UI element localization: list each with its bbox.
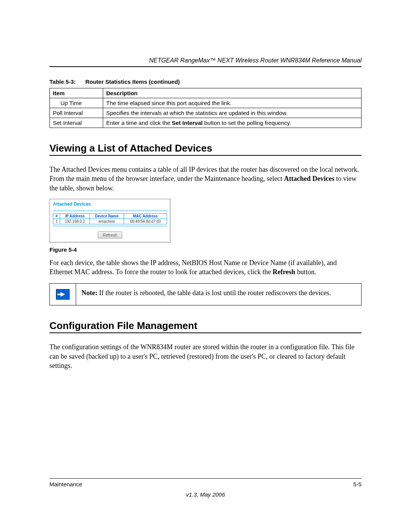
cell-mac: 00:48:54:8d:d7:d3 <box>124 219 167 224</box>
text: button to set the polling frequency. <box>202 120 291 126</box>
refresh-button[interactable]: Refresh <box>98 232 123 238</box>
cell-ip: 192.168.0.2 <box>60 219 90 224</box>
section-rule <box>49 155 362 156</box>
table-row: 1 192.168.0.2 emachine 00:48:54:8d:d7:d3 <box>53 219 167 224</box>
table-header-row: Item Description <box>50 88 362 98</box>
page: NETGEAR RangeMax™ NEXT Wireless Router W… <box>0 0 411 532</box>
text: Enter a time and click the <box>106 120 172 126</box>
section-heading-config-file: Configuration File Management <box>49 320 362 332</box>
col-mac: MAC Address <box>124 213 167 219</box>
note-body: If the router is rebooted, the table dat… <box>99 289 331 297</box>
paragraph: The Attached Devices menu contains a tab… <box>49 165 362 193</box>
table-caption: Table 5-3: Router Statistics Items (cont… <box>49 78 362 85</box>
arrow-right-icon <box>56 289 70 300</box>
footer-version: v1.3, May 2006 <box>49 491 362 498</box>
note-box: Note: If the router is rebooted, the tab… <box>49 283 362 305</box>
cell-item: Set Interval <box>50 118 103 128</box>
cell-desc: Specifies the intervals at which the sta… <box>103 108 362 118</box>
text: button. <box>295 268 316 276</box>
cell-item: Up Time <box>50 98 103 108</box>
footer-rule <box>49 478 362 479</box>
panel-sep <box>53 226 167 226</box>
col-description: Description <box>103 88 362 98</box>
table-number: Table 5-3: <box>49 78 84 85</box>
bold-text: Set Interval <box>172 120 203 126</box>
footer-section: Maintenance <box>49 481 82 487</box>
attached-devices-panel: Attached Devices # IP Address Device Nam… <box>49 199 170 243</box>
footer-page: 5-5 <box>353 481 362 487</box>
footer: Maintenance 5-5 v1.3, May 2006 <box>49 478 362 498</box>
header-rule <box>49 66 362 67</box>
table-row: Poll Interval Specifies the intervals at… <box>50 108 362 118</box>
section-rule <box>49 332 362 333</box>
section-heading-attached-devices: Viewing a List of Attached Devices <box>49 142 362 154</box>
bold-text: Refresh <box>272 268 295 276</box>
footer-row: Maintenance 5-5 <box>49 481 362 487</box>
running-header: NETGEAR RangeMax™ NEXT Wireless Router W… <box>49 57 362 66</box>
paragraph: For each device, the table shows the IP … <box>49 258 362 277</box>
note-icon-cell <box>50 284 76 305</box>
cell-desc: The time elapsed since this port acquire… <box>103 98 362 108</box>
table-row: Up Time The time elapsed since this port… <box>50 98 362 108</box>
attached-devices-table: # IP Address Device Name MAC Address 1 1… <box>53 213 167 224</box>
cell-num: 1 <box>53 219 60 224</box>
note-lead: Note: <box>81 289 99 297</box>
col-item: Item <box>50 88 103 98</box>
figure-wrap: Attached Devices # IP Address Device Nam… <box>49 199 362 243</box>
table-row: Set Interval Enter a time and click the … <box>50 118 362 128</box>
paragraph: The configuration settings of the WNR834… <box>49 342 362 370</box>
cell-item: Poll Interval <box>50 108 103 118</box>
table-header-row: # IP Address Device Name MAC Address <box>53 213 167 219</box>
refresh-row: Refresh <box>53 231 167 238</box>
panel-sep <box>53 211 167 211</box>
cell-desc: Enter a time and click the Set Interval … <box>103 118 362 128</box>
note-text: Note: If the router is rebooted, the tab… <box>76 284 336 302</box>
panel-title: Attached Devices <box>53 201 167 207</box>
bold-text: Attached Devices <box>284 175 334 182</box>
col-ip: IP Address <box>60 213 90 219</box>
col-num: # <box>53 213 60 219</box>
cell-name: emachine <box>90 219 124 224</box>
col-device-name: Device Name <box>90 213 124 219</box>
table-title: Router Statistics Items (continued) <box>85 78 180 85</box>
figure-label: Figure 5-4 <box>49 246 362 253</box>
stats-table: Item Description Up Time The time elapse… <box>49 88 362 128</box>
